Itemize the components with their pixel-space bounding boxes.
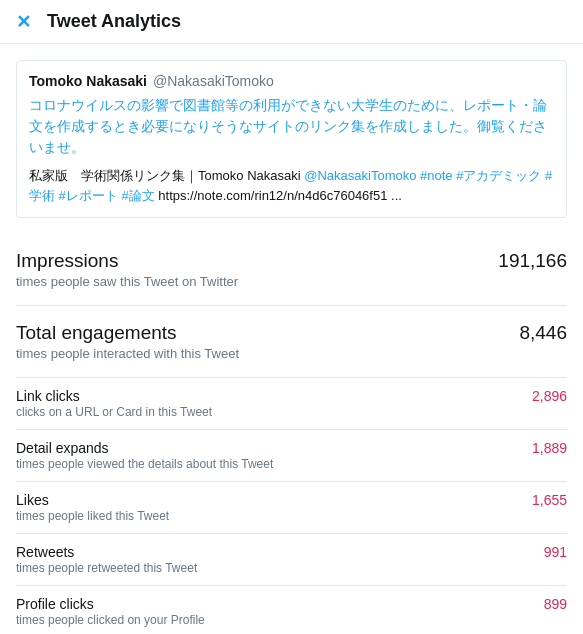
tweet-footer-handle: @NakasakiTomoko bbox=[304, 168, 416, 183]
tweet-author-line: Tomoko Nakasaki @NakasakiTomoko bbox=[29, 73, 554, 89]
retweets-label: Retweets bbox=[16, 544, 74, 560]
stat-likes: Likes 1,655 times people liked this Twee… bbox=[16, 482, 567, 534]
retweets-desc: times people retweeted this Tweet bbox=[16, 561, 567, 575]
page-title: Tweet Analytics bbox=[47, 11, 181, 32]
detail-expands-value: 1,889 bbox=[532, 440, 567, 456]
stat-retweets: Retweets 991 times people retweeted this… bbox=[16, 534, 567, 586]
stat-impressions: Impressions 191,166 times people saw thi… bbox=[16, 234, 567, 306]
detail-expands-label: Detail expands bbox=[16, 440, 109, 456]
stat-link-clicks: Link clicks 2,896 clicks on a URL or Car… bbox=[16, 378, 567, 430]
tweet-body: コロナウイルスの影響で図書館等の利用ができない大学生のために、レポート・論文を作… bbox=[29, 95, 554, 158]
stat-total-engagements: Total engagements 8,446 times people int… bbox=[16, 306, 567, 378]
close-icon[interactable]: ✕ bbox=[16, 11, 31, 33]
likes-desc: times people liked this Tweet bbox=[16, 509, 567, 523]
impressions-label: Impressions bbox=[16, 250, 118, 272]
impressions-desc: times people saw this Tweet on Twitter bbox=[16, 274, 567, 289]
stat-profile-clicks: Profile clicks 899 times people clicked … bbox=[16, 586, 567, 634]
profile-clicks-label: Profile clicks bbox=[16, 596, 94, 612]
impressions-value: 191,166 bbox=[498, 250, 567, 272]
detail-expands-desc: times people viewed the details about th… bbox=[16, 457, 567, 471]
total-engagements-value: 8,446 bbox=[519, 322, 567, 344]
tweet-footer-text: 私家版 学術関係リンク集｜Tomoko Nakasaki bbox=[29, 168, 301, 183]
stat-detail-expands: Detail expands 1,889 times people viewed… bbox=[16, 430, 567, 482]
total-engagements-desc: times people interacted with this Tweet bbox=[16, 346, 567, 361]
profile-clicks-value: 899 bbox=[544, 596, 567, 612]
header: ✕ Tweet Analytics bbox=[0, 0, 583, 44]
tweet-card: Tomoko Nakasaki @NakasakiTomoko コロナウイルスの… bbox=[16, 60, 567, 218]
retweets-value: 991 bbox=[544, 544, 567, 560]
link-clicks-value: 2,896 bbox=[532, 388, 567, 404]
tweet-footer-ellipsis: ... bbox=[391, 188, 402, 203]
tweet-author-handle: @NakasakiTomoko bbox=[153, 73, 274, 89]
profile-clicks-desc: times people clicked on your Profile bbox=[16, 613, 567, 627]
tweet-author-name: Tomoko Nakasaki bbox=[29, 73, 147, 89]
stats-section: Impressions 191,166 times people saw thi… bbox=[0, 234, 583, 634]
likes-value: 1,655 bbox=[532, 492, 567, 508]
likes-label: Likes bbox=[16, 492, 49, 508]
link-clicks-label: Link clicks bbox=[16, 388, 80, 404]
tweet-footer-url: https://note.com/rin12/n/n4d6c76046f51 bbox=[158, 188, 387, 203]
link-clicks-desc: clicks on a URL or Card in this Tweet bbox=[16, 405, 567, 419]
total-engagements-label: Total engagements bbox=[16, 322, 177, 344]
tweet-footer: 私家版 学術関係リンク集｜Tomoko Nakasaki @NakasakiTo… bbox=[29, 166, 554, 205]
